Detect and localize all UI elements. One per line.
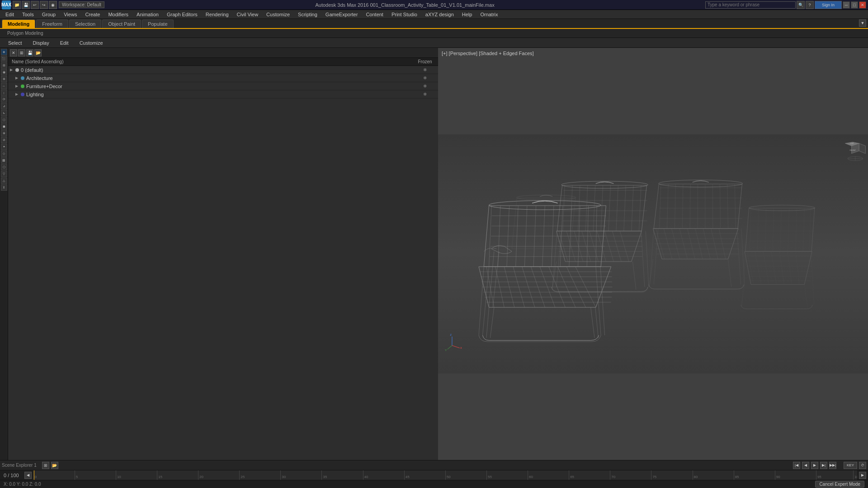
app-logo[interactable]: MAX	[2, 0, 11, 9]
timeline-left-button[interactable]: ◀	[24, 472, 32, 479]
help-icon[interactable]: ?	[806, 1, 814, 9]
tool-icon-7[interactable]: ⟳	[1, 96, 7, 103]
workspace-selector[interactable]: Workspace: Default	[59, 1, 104, 8]
menu-item-customize[interactable]: Customize	[263, 11, 293, 18]
sub-ribbon-customize[interactable]: Customize	[75, 39, 108, 47]
tree-item-default[interactable]: ▶ 0 (default) ❄	[8, 66, 438, 74]
tool-icon-2[interactable]: ⊞	[1, 62, 7, 69]
play-forward-button[interactable]: ▶▶|	[829, 462, 836, 469]
menu-item-group[interactable]: Group	[38, 11, 60, 18]
tool-icon-17[interactable]: ⬡	[1, 164, 7, 170]
menu-item-scripting[interactable]: Scripting	[294, 11, 321, 18]
tick-100: 100	[853, 470, 857, 480]
timeline-counter: 0 / 100	[0, 473, 23, 478]
tree-item-architecture[interactable]: ▶ Architecture ❄	[8, 74, 438, 82]
toolbar-icon-3[interactable]: ↩	[31, 1, 39, 9]
sub-ribbon-select[interactable]: Select	[4, 39, 27, 47]
key-mode-button[interactable]: KEY	[844, 462, 857, 469]
window-close-button[interactable]: ✕	[859, 1, 866, 9]
tool-icon-18[interactable]: ▽	[1, 171, 7, 177]
tick-40: 40	[363, 470, 368, 480]
play-button[interactable]: ▶	[811, 462, 818, 469]
tick-55: 55	[486, 470, 492, 480]
status-bar: X: 0.0 Y: 0.0 Z: 0.0 Cancel Expert Mode	[0, 480, 868, 488]
menu-item-animation[interactable]: Animation	[133, 11, 162, 18]
se-save-icon[interactable]: 💾	[26, 49, 33, 56]
next-frame-button[interactable]: ▶|	[820, 462, 827, 469]
se-grid-icon[interactable]: ⊞	[18, 49, 25, 56]
tool-icon-12[interactable]: ⊗	[1, 130, 7, 136]
cancel-expert-mode-button[interactable]: Cancel Expert Mode	[815, 481, 864, 488]
toolbar-icon-4[interactable]: ↪	[40, 1, 48, 9]
tool-icon-11[interactable]: ◼	[1, 123, 7, 130]
tool-icon-16[interactable]: ▦	[1, 157, 7, 164]
tool-icon-20[interactable]: ⊻	[1, 184, 7, 191]
menu-item-graph-editors[interactable]: Graph Editors	[163, 11, 201, 18]
menu-item-rendering[interactable]: Rendering	[202, 11, 232, 18]
play-back-button[interactable]: |◀	[793, 462, 800, 469]
menu-item-views[interactable]: Views	[60, 11, 80, 18]
menu-item-help[interactable]: Help	[458, 11, 476, 18]
window-minimize-button[interactable]: ─	[843, 1, 850, 9]
menu-item-ornatrix[interactable]: Ornatrix	[476, 11, 501, 18]
search-icon[interactable]: 🔍	[797, 1, 805, 9]
menu-item-print-studio[interactable]: Print Studio	[388, 11, 421, 18]
sign-in-button[interactable]: Sign In	[815, 1, 842, 9]
tool-icon-15[interactable]: ◇	[1, 150, 7, 157]
tree-frozen-lighting: ❄	[414, 92, 436, 97]
se-footer-icon-2[interactable]: 📂	[51, 462, 58, 469]
tick-95: 95	[816, 470, 821, 480]
viewport-3d[interactable]: [+] [Perspective] [Shaded + Edged Faces]	[438, 48, 868, 460]
menu-item-modifiers[interactable]: Modifiers	[104, 11, 132, 18]
tab-freeform[interactable]: Freeform	[36, 19, 68, 28]
menu-item-civil-view[interactable]: Civil View	[233, 11, 262, 18]
se-footer-icon-1[interactable]: ⊞	[42, 462, 49, 469]
tree-arrow-architecture: ▶	[15, 76, 20, 80]
menu-item-create[interactable]: Create	[81, 11, 104, 18]
tool-icon-4[interactable]: ⊕	[1, 76, 7, 82]
toolbar-icon-1[interactable]: 📁	[13, 1, 21, 9]
menu-item-tools[interactable]: Tools	[19, 11, 38, 18]
tree-item-furniture[interactable]: ▶ Furniture+Decor ❄	[8, 82, 438, 90]
prev-frame-button[interactable]: ◀	[802, 462, 809, 469]
time-config-button[interactable]: ⏱	[859, 462, 866, 469]
tool-icon-8[interactable]: ⊿	[1, 103, 7, 109]
toolbar-icon-2[interactable]: 💾	[22, 1, 30, 9]
tool-icon-9[interactable]: ⊾	[1, 110, 7, 116]
ribbon-options-button[interactable]: ▼	[859, 19, 866, 27]
tick-25: 25	[239, 470, 245, 480]
se-open-icon[interactable]: 📂	[34, 49, 42, 56]
polygon-mode-label: Polygon Modeling	[4, 30, 47, 37]
tool-icon-13[interactable]: ⊘	[1, 137, 7, 143]
timeline-right-button[interactable]: ▶	[859, 472, 866, 479]
menu-item-edit[interactable]: Edit	[2, 11, 18, 18]
tool-icon-19[interactable]: △	[1, 178, 7, 184]
tool-icon-10[interactable]: ◻	[1, 117, 7, 123]
toolbar-icon-5[interactable]: ◉	[49, 1, 57, 9]
window-maximize-button[interactable]: □	[851, 1, 858, 9]
search-input[interactable]	[705, 1, 796, 9]
viewport-scene: Z X Y FRON	[438, 48, 868, 460]
tab-modeling[interactable]: Modeling	[2, 19, 35, 28]
tool-icon-3[interactable]: ◉	[1, 69, 7, 75]
sub-ribbon-display[interactable]: Display	[28, 39, 54, 47]
menu-item-axyz[interactable]: aXYZ design	[422, 11, 458, 18]
tab-selection[interactable]: Selection	[69, 19, 101, 28]
sub-ribbon-edit[interactable]: Edit	[56, 39, 73, 47]
menu-item-content[interactable]: Content	[362, 11, 387, 18]
status-coords: X: 0.0 Y: 0.0 Z: 0.0	[4, 482, 41, 487]
tab-object-paint[interactable]: Object Paint	[102, 19, 141, 28]
tab-populate[interactable]: Populate	[142, 19, 173, 28]
tick-70: 70	[610, 470, 615, 480]
tool-icon-14[interactable]: ✦	[1, 144, 7, 150]
tree-arrow-lighting: ▶	[15, 92, 20, 96]
tool-icon-5[interactable]: ↔	[1, 83, 7, 89]
tool-icon-0[interactable]: ◈	[1, 49, 7, 55]
tool-icon-1[interactable]: ⬛	[1, 56, 7, 62]
tool-icon-6[interactable]: ↕	[1, 89, 7, 96]
menu-item-game-exporter[interactable]: GameExporter	[322, 11, 362, 18]
tree-item-lighting[interactable]: ▶ Lighting ❄	[8, 90, 438, 99]
titlebar-controls: 🔍 ? Sign In ─ □ ✕	[705, 1, 866, 9]
timeline-track[interactable]: 0 5 10 15 20 25 30 35 40 45 50 55 60 65 …	[33, 470, 857, 480]
se-close-icon[interactable]: ✕	[10, 49, 17, 56]
